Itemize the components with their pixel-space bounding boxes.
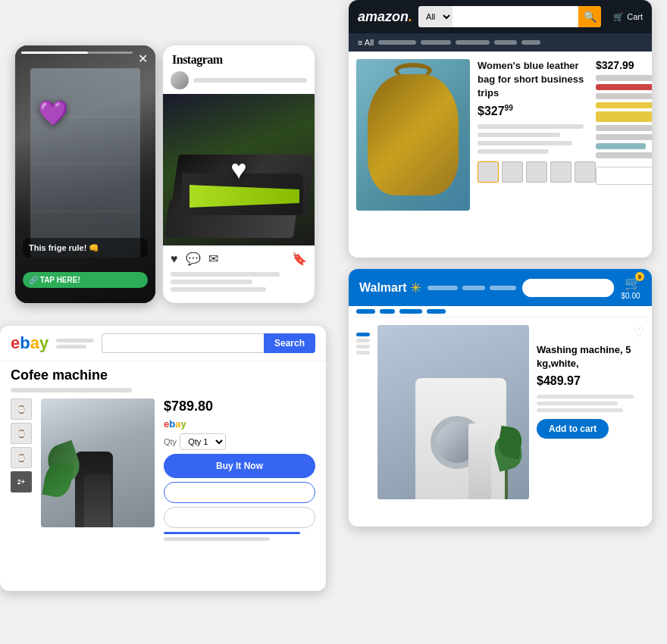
- walmart-product-title: Washing machine, 5 kg,white,: [537, 343, 644, 370]
- ig-share-icon[interactable]: ✉: [208, 252, 218, 266]
- ig-comment-icon[interactable]: 💬: [186, 252, 201, 266]
- ebay-extra-button: [164, 507, 315, 528]
- cart-icon: 🛒: [613, 12, 624, 22]
- wm-info-bar-2: [537, 402, 618, 405]
- tap-here-label: 🔗 TAP HERE!: [29, 276, 80, 284]
- search-icon: 🔍: [584, 11, 597, 23]
- bag-body: [368, 74, 459, 195]
- info-bar-4: [478, 149, 549, 154]
- ig-post-image: ♥: [163, 94, 315, 245]
- ebay-sm-y: y: [180, 418, 186, 430]
- ebay-search-input[interactable]: [102, 333, 264, 353]
- amazon-product-title: Women's blue leather bag for short busin…: [478, 59, 596, 101]
- walmart-body: ♡ Washing machine, 5 kg,white, $489.97 A…: [349, 317, 652, 507]
- walmart-nav: [349, 306, 652, 317]
- amazon-nav-bars: [378, 40, 540, 45]
- wm-link-1[interactable]: [356, 309, 375, 314]
- amazon-info-bars: [478, 124, 596, 154]
- walmart-search-input[interactable]: [528, 279, 614, 297]
- ebay-logo-a: a: [30, 333, 39, 352]
- thumb-3[interactable]: [526, 161, 547, 183]
- ebay-search-button[interactable]: Search: [264, 333, 315, 353]
- tap-here-button[interactable]: 🔗 TAP HERE!: [23, 272, 148, 288]
- ebay-logo-e: e: [11, 333, 20, 352]
- instagram-logo: Instagram: [172, 53, 223, 67]
- amazon-search-input[interactable]: [452, 6, 578, 27]
- wm-sidebar-line-2: [356, 345, 370, 349]
- amazon-logo: amazon.: [358, 9, 412, 25]
- thumb-4[interactable]: [550, 161, 571, 183]
- ebay-qty-select[interactable]: Qty 1: [180, 433, 226, 450]
- ebay-quantity-row: Qty Qty 1: [164, 433, 315, 450]
- ebay-header: ebay Search: [0, 326, 326, 361]
- ebay-qty-label: Qty: [164, 437, 177, 446]
- wm-nav-bar-1: [427, 286, 458, 290]
- nav-bar-5: [521, 40, 540, 45]
- ig-header: Instagram: [163, 45, 315, 71]
- ig-username-bar: [193, 78, 307, 83]
- wm-link-2[interactable]: [380, 309, 395, 314]
- ig-desc-bar-1: [171, 272, 280, 277]
- story-progress-fill: [21, 52, 88, 54]
- walmart-wishlist-icon[interactable]: ♡: [634, 325, 644, 339]
- ig-avatar: [171, 71, 189, 89]
- ebay-detail-bars: [164, 532, 315, 541]
- ebay-offer-button: [164, 482, 315, 503]
- amazon-product-image: [356, 59, 470, 211]
- ebay-buy-button[interactable]: Buy It Now: [164, 454, 315, 478]
- price-main: $327: [478, 105, 505, 117]
- amazon-search-category[interactable]: All: [418, 6, 452, 27]
- ebay-header-meta: [56, 339, 94, 349]
- walmart-info-bars: [537, 395, 644, 412]
- amazon-thumbnails: [478, 161, 596, 183]
- ebay-thumb-2[interactable]: ⌚: [11, 423, 32, 444]
- wm-link-3[interactable]: [399, 309, 422, 314]
- wm-info-bar-3: [537, 408, 623, 412]
- ebay-logo-small: ebay: [164, 418, 315, 430]
- amazon-body: Women's blue leather bag for short busin…: [349, 52, 652, 218]
- thumb-1[interactable]: [478, 161, 499, 183]
- thumb-2[interactable]: [502, 161, 523, 183]
- amazon-cart[interactable]: 🛒 Cart: [613, 12, 643, 22]
- ebay-thumb-1[interactable]: ⌚: [11, 399, 32, 420]
- walmart-price: $489.97: [537, 374, 644, 388]
- header-bar-2: [56, 345, 86, 349]
- amazon-search-button[interactable]: 🔍: [578, 6, 601, 27]
- ig-heart-overlay: ♥: [230, 154, 246, 186]
- right-bar-4: [596, 125, 652, 131]
- story-progress: [21, 52, 133, 54]
- right-bar-3: [596, 93, 652, 99]
- wm-nav-bar-3: [490, 286, 516, 290]
- fridge-overlay: [15, 45, 155, 303]
- walmart-add-to-cart-button[interactable]: Add to cart: [537, 419, 609, 439]
- nav-bar-1: [378, 40, 416, 45]
- wm-sidebar-line-3: [356, 351, 370, 355]
- amazon-nav-all[interactable]: ≡ All: [358, 38, 374, 47]
- nav-bar-4: [494, 40, 517, 45]
- ig-actions-bar: ♥ 💬 ✉ 🔖: [163, 245, 315, 272]
- walmart-cart-wrap: 🛒 0 $0.00: [620, 275, 641, 300]
- walmart-cart-icon[interactable]: 🛒 0: [625, 275, 641, 292]
- walmart-sidebar: [356, 325, 370, 499]
- ebay-thumb-3[interactable]: ⌚: [11, 447, 32, 468]
- wm-info-bar-1: [537, 395, 634, 399]
- wm-link-4[interactable]: [427, 309, 446, 314]
- ig-like-icon[interactable]: ♥: [171, 252, 178, 266]
- ebay-logo: ebay: [11, 333, 49, 353]
- right-bar-2: [596, 84, 652, 90]
- header-bar-1: [56, 339, 94, 342]
- walmart-nav-meta-bars: [427, 286, 516, 290]
- walmart-cart-badge: 0: [635, 272, 644, 281]
- ebay-thumb-count[interactable]: 2+: [11, 471, 32, 492]
- amazon-right-column: $327.99: [596, 59, 652, 211]
- walmart-header: Walmart ✳ 🔍 🛒 0 $0.00: [349, 269, 652, 306]
- nav-bar-2: [421, 40, 451, 45]
- walmart-product-details: ♡ Washing machine, 5 kg,white, $489.97 A…: [537, 325, 644, 499]
- wm-sidebar-active: [356, 333, 370, 336]
- heart-sticker: 💜: [38, 98, 68, 127]
- close-icon[interactable]: ✕: [138, 52, 148, 66]
- thumb-5[interactable]: [575, 161, 596, 183]
- ig-bookmark-icon[interactable]: 🔖: [292, 252, 307, 266]
- fridge-caption: This frige rule! 👊: [29, 242, 142, 253]
- ebay-product-title: Cofee machine: [0, 361, 326, 386]
